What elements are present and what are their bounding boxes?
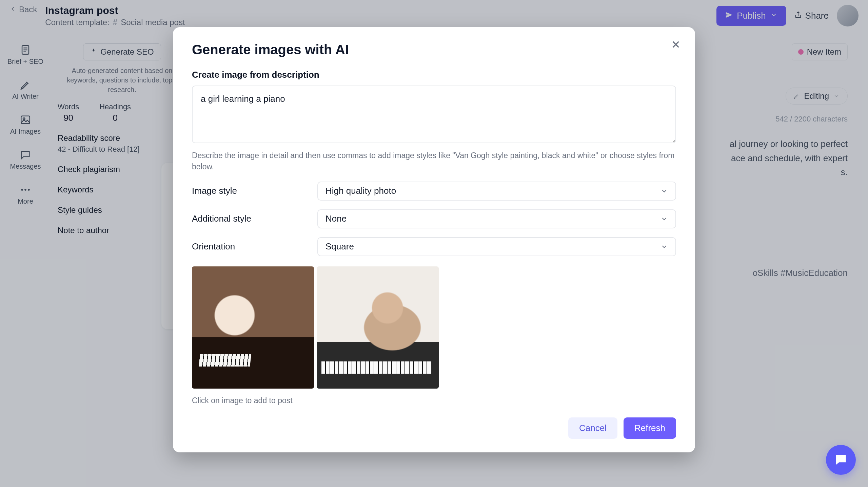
chevron-down-icon [660, 243, 668, 250]
select-value: Square [326, 241, 354, 252]
close-button[interactable] [670, 39, 682, 52]
close-icon [670, 39, 682, 50]
refresh-button[interactable]: Refresh [624, 417, 676, 439]
description-help: Describe the image in detail and then us… [192, 150, 676, 173]
generated-image-2[interactable] [317, 266, 439, 389]
image-style-select[interactable]: High quality photo [317, 182, 676, 201]
additional-style-label: Additional style [192, 213, 317, 224]
chevron-down-icon [660, 215, 668, 223]
description-label: Create image from description [192, 70, 676, 80]
orientation-select[interactable]: Square [317, 237, 676, 256]
chevron-down-icon [660, 187, 668, 195]
additional-style-select[interactable]: None [317, 209, 676, 228]
chat-fab[interactable] [826, 445, 856, 475]
thumb-help: Click on image to add to post [192, 396, 676, 405]
chat-bubble-icon [833, 452, 848, 467]
generated-image-1[interactable] [192, 266, 314, 389]
modal-title: Generate images with AI [192, 42, 676, 57]
description-input[interactable] [192, 86, 676, 143]
modal-overlay: Generate images with AI Create image fro… [0, 0, 868, 487]
select-value: None [326, 213, 347, 224]
generate-images-modal: Generate images with AI Create image fro… [173, 27, 695, 452]
image-style-label: Image style [192, 186, 317, 196]
orientation-label: Orientation [192, 241, 317, 252]
select-value: High quality photo [326, 186, 396, 196]
cancel-button[interactable]: Cancel [568, 417, 617, 439]
